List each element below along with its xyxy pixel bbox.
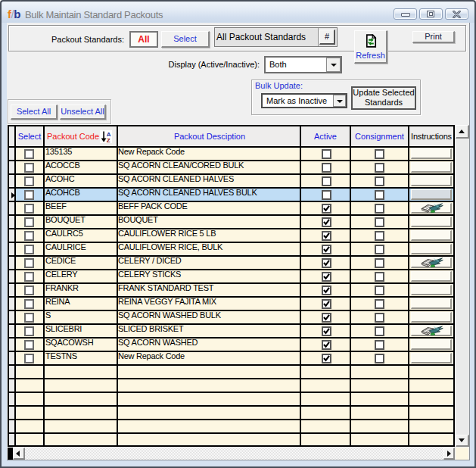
svg-text:Z: Z bbox=[107, 137, 110, 143]
